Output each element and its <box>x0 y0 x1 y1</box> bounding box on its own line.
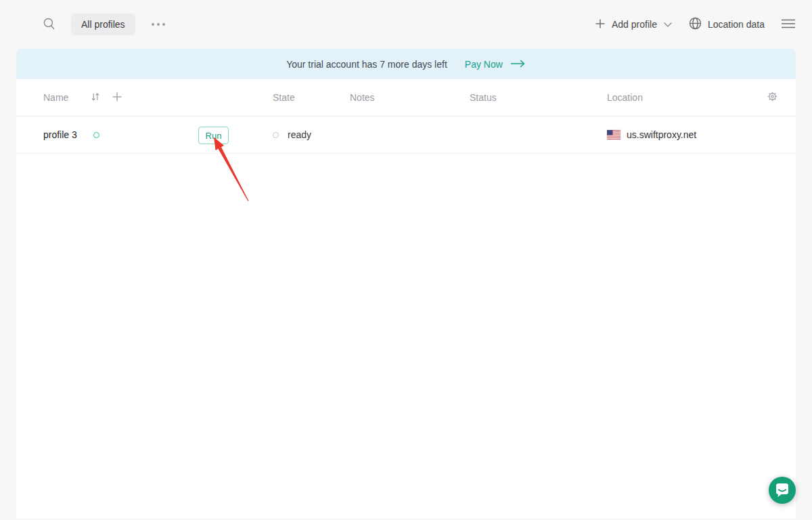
plus-icon <box>595 18 606 31</box>
trial-message: Your trial account has 7 more days left <box>286 59 447 70</box>
sort-icon <box>91 92 100 104</box>
menu-button[interactable] <box>781 18 796 31</box>
arrow-right-icon <box>510 59 526 70</box>
search-button[interactable] <box>43 17 56 32</box>
state-value: ready <box>288 129 311 140</box>
column-header-status: Status <box>470 92 497 103</box>
gear-icon <box>767 91 778 104</box>
column-header-location: Location <box>607 92 643 103</box>
location-data-button[interactable]: Location data <box>689 17 765 32</box>
trial-banner: Your trial account has 7 more days left … <box>16 49 796 79</box>
sort-button[interactable] <box>91 79 100 116</box>
ellipsis-icon <box>150 19 166 30</box>
column-header-notes: Notes <box>350 92 375 103</box>
add-profile-button[interactable]: Add profile <box>595 18 673 31</box>
hamburger-icon <box>781 18 796 31</box>
add-column-button[interactable] <box>112 79 122 116</box>
plus-icon <box>112 91 122 104</box>
us-flag-icon <box>607 130 621 139</box>
location-data-label: Location data <box>708 19 765 30</box>
location-value: us.swiftproxy.net <box>627 129 696 140</box>
column-header-name: Name <box>43 92 68 103</box>
profile-status-dot-icon <box>93 132 99 138</box>
profile-name: profile 3 <box>43 129 77 140</box>
chat-launcher-button[interactable] <box>769 477 796 504</box>
chat-messenger-icon <box>769 476 796 505</box>
table-row-profile-3[interactable]: profile 3 Run ready <box>16 116 796 154</box>
globe-icon <box>689 17 702 32</box>
pay-now-label: Pay Now <box>465 59 503 70</box>
more-options-button[interactable] <box>150 19 166 30</box>
table-settings-button[interactable] <box>767 79 778 116</box>
search-icon <box>43 17 56 32</box>
tab-all-profiles[interactable]: All profiles <box>71 14 135 35</box>
profiles-card: Name State Notes Status Location <box>16 79 796 519</box>
state-dot-icon <box>273 132 279 138</box>
pay-now-link[interactable]: Pay Now <box>465 59 526 70</box>
run-button[interactable]: Run <box>198 127 229 144</box>
chevron-down-icon <box>663 19 673 30</box>
table-header: Name State Notes Status Location <box>16 79 796 116</box>
topbar: All profiles Add profile Location data <box>0 0 812 49</box>
add-profile-label: Add profile <box>612 19 657 30</box>
column-header-state: State <box>273 92 295 103</box>
